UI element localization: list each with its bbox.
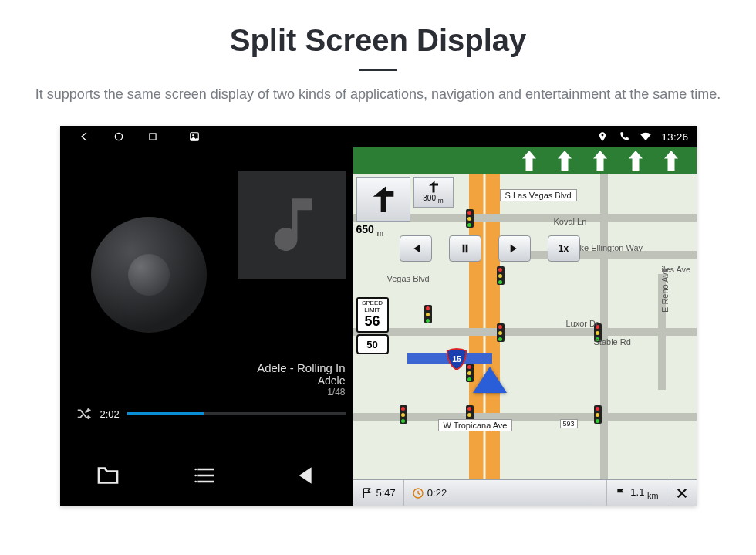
street-text: Koval Ln — [554, 217, 587, 226]
street-text: Luxor Dr — [566, 319, 599, 328]
turn-distance: 650 m — [356, 223, 384, 238]
wifi-icon — [640, 130, 652, 143]
lane-arrow-icon — [624, 151, 647, 171]
svg-text:15: 15 — [452, 354, 461, 364]
back-icon[interactable] — [79, 130, 91, 143]
navigation-pane: 15 S Las Vegas Blvd Koval Ln Duke Elling… — [353, 147, 697, 506]
speed-limit-sign: SPEED LIMIT 56 — [356, 297, 389, 332]
music-player-pane: Adele - Rolling In Adele 1/48 2:02 — [60, 147, 353, 506]
music-note-icon — [257, 190, 326, 259]
previous-track-button[interactable] — [255, 445, 353, 506]
android-statusbar: 13:26 — [60, 126, 697, 147]
svg-point-0 — [115, 134, 122, 140]
route-shield: 50 — [356, 334, 389, 354]
lane-guidance-bar — [353, 147, 697, 174]
interstate-shield-icon: 15 — [446, 348, 467, 370]
track-artist: Adele — [257, 374, 345, 387]
playlist-button[interactable] — [157, 445, 255, 506]
distance-segment[interactable]: 1.1 km — [607, 480, 667, 506]
lane-arrow-icon — [518, 151, 541, 171]
street-label-number: 593 — [560, 419, 578, 428]
street-text: E Reno Ave — [660, 268, 670, 313]
street-text: Vegas Blvd — [387, 274, 430, 283]
nav-prev-button[interactable] — [400, 235, 432, 262]
svg-rect-1 — [149, 134, 155, 140]
track-title: Adele - Rolling In — [257, 361, 345, 374]
elapsed-time: 2:02 — [100, 408, 120, 420]
statusbar-clock: 13:26 — [661, 131, 688, 143]
lane-arrow-icon — [553, 151, 576, 171]
close-icon — [675, 486, 689, 500]
shuffle-icon[interactable] — [76, 405, 93, 422]
device-screenshot: 13:26 Adele - Rolling In Adele 1/48 — [60, 126, 697, 506]
svg-point-5 — [194, 475, 197, 477]
flag-icon — [361, 487, 373, 499]
page-title: Split Screen Display — [35, 23, 721, 58]
nav-next-button[interactable] — [498, 235, 531, 262]
map-canvas[interactable]: 15 S Las Vegas Blvd Koval Ln Duke Elling… — [353, 174, 697, 479]
nav-speed-button[interactable]: 1x — [548, 235, 580, 262]
svg-point-3 — [192, 134, 194, 136]
lane-arrow-icon — [589, 151, 612, 171]
eta-segment[interactable]: 5:47 — [353, 480, 404, 506]
track-counter: 1/48 — [257, 387, 345, 398]
phone-icon — [618, 130, 630, 143]
next-turn-button[interactable] — [356, 177, 410, 222]
title-underline — [359, 69, 397, 71]
clock-icon — [412, 487, 424, 499]
lane-arrow-icon — [660, 151, 683, 171]
recent-apps-icon[interactable] — [147, 130, 159, 143]
location-icon — [596, 130, 609, 143]
vehicle-position-icon — [473, 367, 507, 393]
following-turn-button[interactable]: 300 m — [413, 177, 454, 208]
time-to-go-segment[interactable]: 0:22 — [404, 480, 608, 506]
jog-dial[interactable] — [91, 217, 207, 333]
street-text: iles Ave — [662, 265, 691, 274]
page-subtitle: It supports the same screen display of t… — [35, 85, 721, 104]
folder-button[interactable] — [60, 445, 158, 506]
image-notification-icon[interactable] — [188, 130, 201, 143]
home-icon[interactable] — [113, 130, 125, 143]
album-art-placeholder — [238, 171, 346, 279]
street-text: Duke Ellington Way — [569, 243, 643, 252]
svg-point-4 — [194, 469, 197, 471]
street-text: Stable Rd — [594, 337, 631, 347]
street-label: W Tropicana Ave — [438, 419, 513, 431]
route-flag-icon — [615, 487, 627, 499]
close-nav-button[interactable] — [667, 480, 697, 506]
nav-info-bar: 5:47 0:22 1.1 km — [353, 479, 697, 506]
street-label: S Las Vegas Blvd — [500, 189, 577, 201]
nav-pause-button[interactable] — [449, 235, 481, 262]
svg-point-6 — [194, 481, 197, 483]
progress-bar[interactable] — [127, 412, 346, 415]
